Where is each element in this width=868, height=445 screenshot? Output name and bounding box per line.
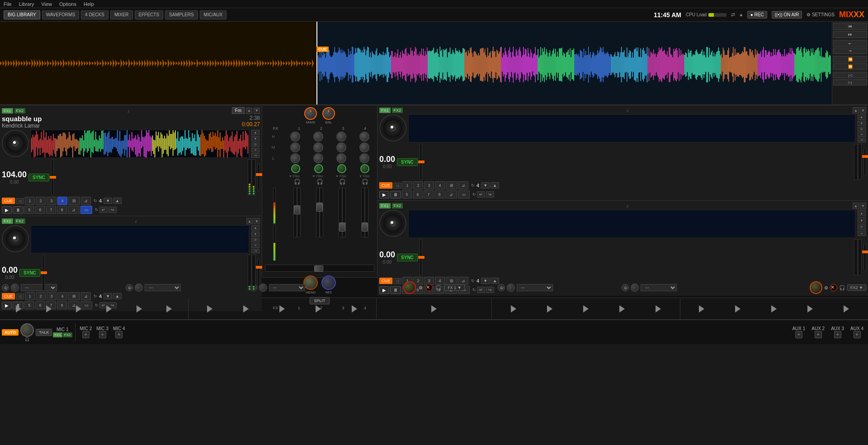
ch4-h-knob[interactable] [359,132,369,142]
deck4-vinyl-disc[interactable] [379,210,406,237]
deck1-loop-up[interactable]: ▲ [113,198,122,204]
deck3-cue-btn[interactable]: CUE [379,182,392,189]
deck1-sync-btn[interactable]: SYNC [28,174,49,181]
deck3-fx1-btn[interactable]: FX1 [379,108,391,113]
ch2-gain-knob[interactable] [314,164,323,173]
d3-sampler1-play[interactable] [511,305,516,312]
deck1-hc-expand[interactable]: ⊿ [81,197,91,205]
deck2-fx2-btn[interactable]: FX2 [14,218,26,224]
deck1-loop-down[interactable]: ▼ [104,198,112,204]
deck1-play-btn[interactable]: ▶ [2,206,12,214]
deck3-loop-active[interactable]: ▭ [458,190,470,199]
deck1-vinyl-disc[interactable] [2,130,29,157]
deck1-pitch-handle[interactable] [50,176,56,179]
ch2-l-knob[interactable] [313,153,323,163]
deck3-key-up[interactable]: ▲ [853,107,859,114]
deck5-fx-select[interactable]: --- [641,284,677,291]
deck3-fx-knob[interactable] [259,284,267,292]
menu-file[interactable]: File [4,1,12,7]
d2-sampler5-play[interactable] [352,305,357,312]
deck2-fx-knob[interactable] [135,284,143,292]
ch4-gain-knob[interactable] [360,164,369,173]
sampler6-play[interactable] [166,305,172,312]
deck2-key-dn[interactable]: ▼ [254,218,260,224]
ch1-fader[interactable] [293,188,301,237]
deck3-level-handle[interactable] [862,155,868,158]
ch4-l-knob[interactable] [359,153,369,163]
deck2-fx-power[interactable]: ⏻ [126,284,133,291]
deck2-nudge-dn[interactable]: ▼ [251,232,259,237]
deck1-fx-power[interactable]: ⏻ [2,284,9,291]
deck2-vinyl-toggle[interactable]: ⟳ [251,238,259,242]
deck2-pitch-handle[interactable] [41,271,47,274]
mic1-fx2-btn[interactable]: FX2 [63,332,72,337]
mic1-fx1-btn[interactable]: FX1 [53,332,62,337]
deck2-scratch-toggle[interactable]: ≡ [251,243,259,248]
deck3-nudge-up[interactable]: ▲ [858,114,866,120]
d2-sampler3-play[interactable] [279,305,285,312]
center-sampler-play[interactable] [431,305,437,312]
fx2-gear[interactable]: ⚙ [824,285,828,290]
fx2-selector[interactable]: FX2 ▼ [847,284,866,291]
deck1-fx-knob[interactable] [11,284,19,292]
bal-knob[interactable] [322,107,335,120]
ch4-m-knob[interactable] [359,142,369,152]
deck1-hc-chart[interactable]: ⊞ [68,197,80,205]
talk-button[interactable]: TALK [36,329,52,336]
mic4-add-btn[interactable]: + [115,331,123,338]
deck4-key-up[interactable]: ▲ [853,203,859,209]
ch4-headphone-icon[interactable]: 🎧 [362,179,368,185]
deck1-vinyl-toggle[interactable]: ⟳ [251,142,259,147]
deck3-skip-btn[interactable]: ⇥ [858,138,866,142]
deck3-hc6[interactable]: 6 [413,190,423,199]
ch3-l-knob[interactable] [336,153,346,163]
deck3-pitch-slider[interactable] [420,144,422,180]
aux3-add-btn[interactable]: + [834,331,841,338]
deck3-hc8[interactable]: 8 [434,190,444,199]
deck1-hc7[interactable]: 7 [46,206,56,214]
ch1-fader-handle[interactable] [294,205,300,214]
deck3-loop-up[interactable]: ▲ [491,182,499,189]
deck1-loop-active[interactable]: ▭ [80,206,92,214]
deck1-nudge-up[interactable]: ▲ [251,130,259,135]
deck3-pause-btn[interactable]: ⏸ [390,191,401,199]
fx2-knob[interactable] [810,281,822,294]
d3-sampler5-play[interactable] [656,305,661,312]
mic2-add-btn[interactable]: + [82,331,90,338]
d2-sampler1-play[interactable] [207,305,212,312]
crossfader-track[interactable] [265,265,374,272]
deck2-fx-select[interactable]: --- [145,284,181,291]
ch2-h-knob[interactable] [313,132,323,142]
waveforms-btn[interactable]: WAVEFORMS [42,10,79,19]
ch3-m-knob[interactable] [336,142,346,152]
deck3-level-fader[interactable] [863,148,866,175]
deck2-vinyl-disc[interactable] [2,225,29,252]
deck3-prev-cue[interactable]: ◁ [393,183,401,189]
deck3-hc4[interactable]: 4 [435,181,445,189]
fx1-selector[interactable]: FX 1 ▼ [444,284,464,291]
d2-sampler4-play[interactable] [316,305,321,312]
menu-help[interactable]: Help [84,1,94,7]
deck1-nudge-dn[interactable]: ▼ [251,136,259,142]
deck1-fx1-btn[interactable]: FX1 [2,108,13,114]
deck3-hc1[interactable]: 1 [402,181,412,189]
main-knob[interactable] [304,107,317,120]
deck1-pitch-slider[interactable] [51,159,54,195]
deck1-cue-btn[interactable]: CUE [2,198,15,204]
deck2-pitch-slider[interactable] [42,255,45,291]
deck3-hc5[interactable]: 5 [402,190,412,199]
next-track-btn[interactable]: ▷| [833,79,867,85]
deck4-mini-waveform[interactable] [408,210,855,238]
deck4-fx-knob[interactable] [507,284,515,292]
deck1-pause-btn[interactable]: ⏸ [13,206,24,214]
ch2-fader-handle[interactable] [316,203,323,212]
deck1-hc8[interactable]: 8 [57,206,67,214]
d3-sampler4-play[interactable] [619,305,625,312]
fast-back-btn[interactable]: ⏪ [833,56,867,62]
menu-view[interactable]: View [41,1,52,7]
fast-fwd-btn[interactable]: ⏩ [833,63,867,70]
deck2-fx1-btn[interactable]: FX1 [2,218,13,224]
deck4-vinyl[interactable] [379,210,406,237]
auto-button[interactable]: AUTO [2,329,19,336]
d3-sampler3-play[interactable] [583,305,589,312]
